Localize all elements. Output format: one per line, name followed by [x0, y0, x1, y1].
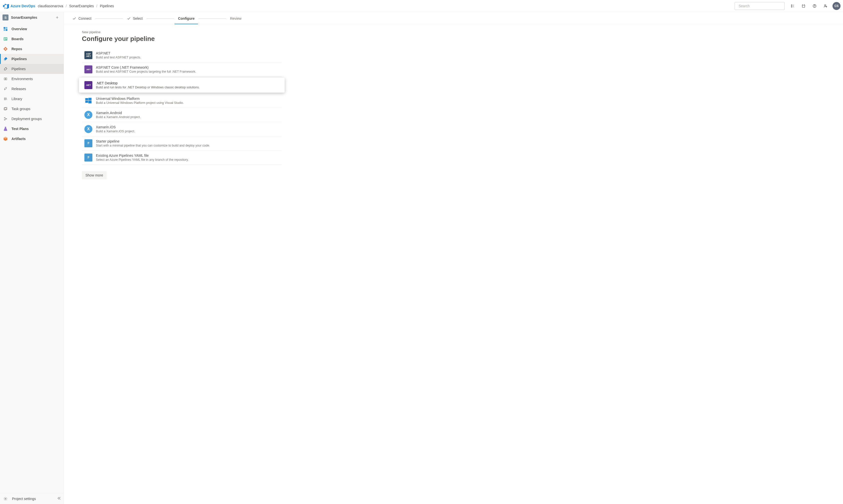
template-existing-yaml[interactable]: Existing Azure Pipelines YAML file Selec… — [82, 150, 282, 165]
project-badge: S — [2, 15, 8, 20]
svg-rect-10 — [6, 27, 7, 29]
sidebar-item-pipelines[interactable]: Pipelines — [0, 54, 64, 64]
template-desc: Build a Universal Windows Platform proje… — [96, 101, 184, 105]
check-icon — [127, 17, 131, 20]
xamarin-icon: X — [84, 125, 92, 133]
pipelines-sub-icon — [2, 66, 8, 72]
sidebar-item-label: Task groups — [12, 107, 30, 111]
wizard-separator — [198, 18, 226, 19]
new-item-button[interactable] — [54, 15, 60, 20]
sidebar-subitem-pipelines[interactable]: Pipelines — [0, 64, 64, 74]
template-starter[interactable]: Starter pipeline Start with a minimal pi… — [82, 136, 282, 150]
svg-rect-28 — [88, 98, 92, 100]
wizard-step-select[interactable]: Select — [123, 14, 146, 24]
wizard-step-label: Configure — [178, 17, 195, 20]
project-settings-link[interactable]: Project settings — [12, 497, 57, 501]
search-box[interactable] — [735, 2, 785, 10]
template-desc: Build and test ASP.NET projects. — [96, 56, 141, 59]
sidebar-subitem-library[interactable]: Library — [0, 94, 64, 104]
template-desc: Build a Xamarin.iOS project. — [96, 129, 135, 133]
boards-icon — [2, 36, 8, 42]
pipelines-icon — [2, 56, 8, 62]
main: Connect Select Configure Review New pipe… — [64, 12, 843, 504]
sidebar-item-boards[interactable]: Boards — [0, 34, 64, 44]
template-xamarin-android[interactable]: X Xamarin.Android Build a Xamarin.Androi… — [82, 108, 282, 122]
template-aspnet-core[interactable]: .NET ASP.NET Core (.NET Framework) Build… — [82, 62, 282, 77]
avatar[interactable]: CS — [832, 2, 841, 10]
page-overline: New pipeline — [82, 30, 825, 34]
sidebar-item-label: Artifacts — [12, 137, 26, 141]
net-core-icon: .NET — [84, 66, 92, 73]
template-desc: Build a Xamarin.Android project. — [96, 115, 141, 119]
test-plans-icon — [2, 126, 8, 132]
content: New pipeline Configure your pipeline ASP… — [64, 24, 843, 185]
marketplace-icon[interactable] — [799, 1, 809, 11]
show-more-button[interactable]: Show more — [82, 171, 107, 179]
sidebar-item-test-plans[interactable]: Test Plans — [0, 124, 64, 134]
sidebar-item-label: Library — [12, 97, 22, 101]
user-settings-icon[interactable] — [821, 1, 830, 11]
brand[interactable]: Azure DevOps — [11, 4, 35, 8]
template-desc: Build and test ASP.NET Core projects tar… — [96, 70, 196, 73]
sidebar-item-label: Repos — [12, 47, 22, 51]
svg-rect-9 — [4, 27, 5, 29]
svg-rect-29 — [85, 101, 88, 103]
svg-rect-16 — [6, 38, 7, 39]
svg-rect-14 — [4, 38, 5, 39]
sidebar-subitem-releases[interactable]: Releases — [0, 84, 64, 94]
sidebar-item-repos[interactable]: Repos — [0, 44, 64, 54]
svg-rect-3 — [791, 6, 792, 7]
sidebar-subitem-environments[interactable]: Environments — [0, 74, 64, 84]
aspnet-icon: ASP.NET — [84, 51, 92, 59]
gear-icon[interactable] — [2, 497, 8, 501]
artifacts-icon — [2, 136, 8, 142]
sidebar-subitem-task-groups[interactable]: Task groups — [0, 104, 64, 114]
svg-point-24 — [4, 120, 5, 120]
wizard-step-connect[interactable]: Connect — [69, 14, 95, 24]
svg-point-23 — [4, 118, 5, 118]
sidebar-item-label: Boards — [12, 37, 23, 41]
help-icon[interactable] — [809, 1, 820, 11]
collapse-sidebar-icon[interactable] — [57, 496, 61, 501]
svg-rect-11 — [4, 29, 5, 31]
template-aspnet[interactable]: ASP.NET ASP.NET Build and test ASP.NET p… — [82, 48, 282, 62]
sidebar-item-label: Environments — [12, 77, 33, 81]
topbar: Azure DevOps claudiasonarova / SonarExam… — [0, 0, 843, 12]
template-title: Xamarin.Android — [96, 111, 141, 115]
breadcrumb-section[interactable]: Pipelines — [100, 4, 114, 8]
project-header[interactable]: S SonarExamples — [0, 12, 64, 23]
work-items-icon[interactable] — [788, 1, 797, 11]
uwp-icon — [84, 96, 92, 105]
environments-icon — [2, 76, 8, 82]
svg-rect-30 — [88, 101, 92, 103]
sidebar-subitem-deployment-groups[interactable]: Deployment groups — [0, 114, 64, 124]
breadcrumb-separator-icon: / — [66, 4, 67, 8]
wizard-step-configure[interactable]: Configure — [175, 14, 198, 24]
svg-point-18 — [4, 59, 5, 60]
repos-icon — [2, 46, 8, 52]
wizard-step-label: Select — [133, 17, 143, 20]
breadcrumb-project[interactable]: SonarExamples — [69, 4, 94, 8]
sidebar-footer: Project settings — [0, 493, 64, 504]
breadcrumb-org[interactable]: claudiasonarova — [38, 4, 63, 8]
svg-rect-12 — [6, 29, 7, 31]
sidebar-item-overview[interactable]: Overview — [0, 24, 64, 34]
search-input[interactable] — [739, 4, 782, 8]
azure-devops-logo-icon — [3, 3, 9, 9]
sidebar-item-label: Overview — [12, 27, 27, 31]
check-icon — [72, 17, 76, 20]
wizard-step-label: Connect — [78, 17, 91, 20]
sidebar-item-label: Deployment groups — [12, 117, 42, 121]
sidebar-item-label: Pipelines — [12, 67, 26, 71]
task-groups-icon — [2, 106, 8, 112]
template-uwp[interactable]: Universal Windows Platform Build a Unive… — [82, 94, 282, 108]
pipelines-subnav: Pipelines Environments Releases Library … — [0, 64, 64, 124]
wizard-step-review[interactable]: Review — [227, 14, 245, 24]
sidebar-item-artifacts[interactable]: Artifacts — [0, 134, 64, 144]
template-xamarin-ios[interactable]: X Xamarin.iOS Build a Xamarin.iOS projec… — [82, 122, 282, 136]
wizard-separator — [147, 18, 174, 19]
svg-point-26 — [5, 498, 6, 499]
yaml-pipeline-icon — [84, 154, 92, 162]
template-net-desktop[interactable]: .NET .NET Desktop Build and run tests fo… — [79, 78, 285, 93]
svg-rect-19 — [4, 78, 5, 80]
